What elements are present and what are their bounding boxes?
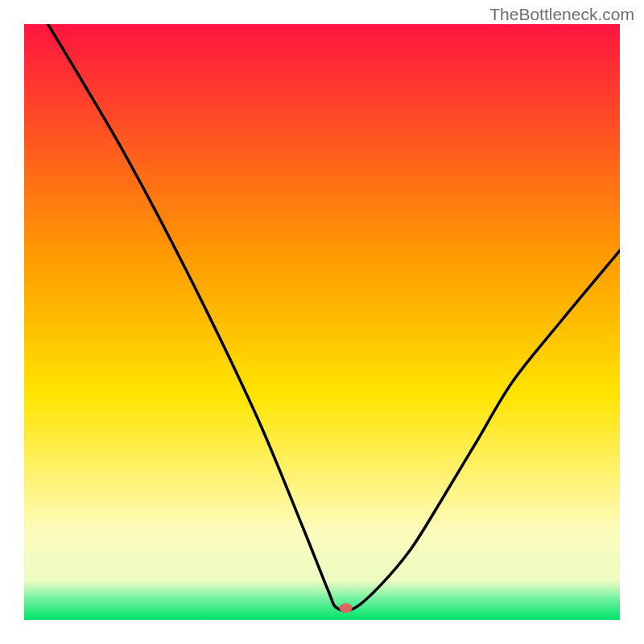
minimum-marker (340, 603, 353, 613)
chart-frame (24, 24, 620, 620)
watermark-text: TheBottleneck.com (489, 5, 634, 24)
bottleneck-chart (24, 24, 620, 620)
chart-background (24, 24, 620, 620)
